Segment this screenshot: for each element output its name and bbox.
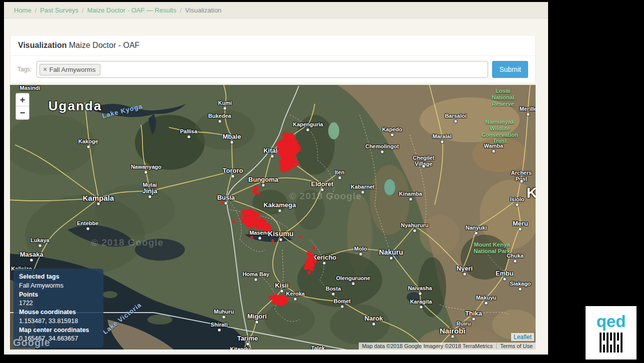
survey-point	[304, 265, 309, 270]
map-info-box: Selected tags Fall Armyworms Points 1722…	[13, 269, 103, 348]
survey-point	[249, 209, 253, 213]
survey-point	[220, 201, 223, 204]
survey-point	[271, 239, 274, 242]
page-title-survey: Maize Doctor - OAF	[69, 41, 139, 49]
submit-button[interactable]: Submit	[492, 61, 528, 78]
tag-chip-label: Fall Armyworms	[49, 66, 95, 73]
survey-point	[291, 141, 298, 148]
zoom-in-button[interactable]: +	[16, 93, 29, 106]
breadcrumb-current: Visualization	[185, 6, 222, 14]
tags-input[interactable]: × Fall Armyworms	[36, 61, 489, 78]
survey-point	[306, 259, 309, 262]
survey-point	[257, 220, 264, 227]
survey-point	[308, 271, 311, 274]
google-logo: Google	[13, 337, 50, 349]
page-title-section: Visualization	[18, 41, 67, 49]
qed-barcode-icon	[600, 333, 623, 353]
survey-point	[241, 211, 244, 214]
survey-point	[312, 246, 315, 249]
survey-point	[299, 235, 302, 238]
tag-remove-icon[interactable]: ×	[43, 66, 47, 73]
zoom-out-button[interactable]: −	[16, 106, 29, 119]
breadcrumb-link[interactable]: Past Surveys	[40, 6, 78, 14]
app-page: Home/Past Surveys/Maize Doctor - OAF — R…	[4, 2, 548, 355]
selected-tags-value: Fall Armyworms	[19, 282, 98, 291]
map-data-attribution: Map data ©2018 Google Imagery ©2018 Terr…	[362, 343, 493, 349]
selected-tags-label: Selected tags	[19, 273, 98, 282]
qed-logo-text: qed	[597, 313, 626, 330]
survey-point	[290, 159, 298, 167]
survey-point	[264, 223, 270, 229]
tag-chip: × Fall Armyworms	[39, 64, 100, 75]
mouse-coordinates-value: 1.153487, 33.815918	[19, 317, 98, 326]
map-zoom-control: + −	[15, 93, 29, 120]
terms-of-use-link[interactable]: Terms of Use	[496, 343, 533, 349]
survey-point	[282, 133, 286, 138]
survey-point	[286, 297, 289, 300]
survey-point	[250, 236, 253, 239]
mouse-coordinates-label: Mouse coordinates	[19, 308, 98, 317]
tags-label: Tags:	[17, 66, 32, 73]
survey-point	[254, 212, 259, 217]
survey-point	[281, 160, 287, 166]
survey-point	[245, 216, 252, 222]
survey-point	[232, 220, 235, 223]
map-viewport[interactable]: MasindiUgandaLake KyogaKumiBukedeaKapeng…	[10, 85, 536, 350]
survey-point	[254, 185, 257, 188]
survey-point	[239, 215, 242, 218]
leaflet-attribution-link[interactable]: Leaflet	[511, 333, 534, 341]
breadcrumb-separator: /	[180, 6, 182, 14]
survey-point	[245, 222, 251, 228]
points-label: Points	[19, 291, 98, 300]
breadcrumb-separator: /	[35, 6, 37, 14]
map-attribution: Map data ©2018 Google Imagery ©2018 Terr…	[359, 343, 536, 350]
points-value: 1722	[19, 299, 98, 308]
breadcrumb-link[interactable]: Maize Doctor - OAF — Results	[87, 6, 176, 14]
breadcrumb-separator: /	[82, 6, 84, 14]
map-center-label: Map center coordinates	[19, 326, 98, 335]
survey-point	[253, 189, 256, 192]
visualization-panel: Visualization Maize Doctor - OAF Tags: ×…	[10, 35, 536, 83]
breadcrumb: Home/Past Surveys/Maize Doctor - OAF — R…	[4, 2, 548, 18]
survey-point	[257, 192, 260, 195]
qed-logo: qed	[586, 306, 637, 360]
breadcrumb-link[interactable]: Home	[14, 6, 31, 14]
page-title: Visualization Maize Doctor - OAF	[10, 35, 535, 56]
tags-form: Tags: × Fall Armyworms Submit	[10, 56, 535, 83]
survey-point	[257, 187, 260, 189]
survey-point	[287, 133, 295, 140]
